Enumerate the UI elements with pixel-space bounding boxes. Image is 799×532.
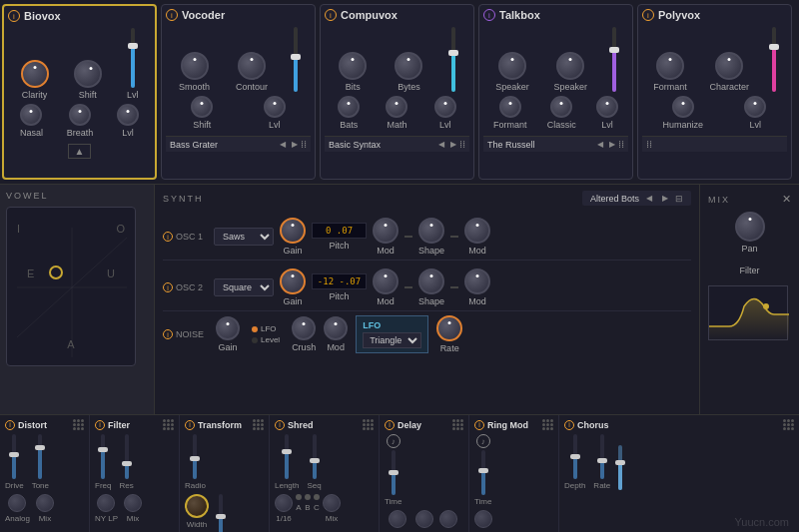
rate-slider[interactable]	[600, 434, 604, 479]
noise-info-icon[interactable]: i	[163, 329, 173, 339]
biovox-up-arrow[interactable]: ▲	[68, 144, 92, 159]
lfo-type-dropdown[interactable]: Triangle	[363, 332, 421, 348]
biovox-info-icon[interactable]: i	[8, 10, 20, 22]
shred-a-led[interactable]	[296, 494, 302, 500]
math-knob[interactable]	[386, 96, 407, 118]
osc2-gain-knob[interactable]	[280, 268, 306, 294]
shred-info-icon[interactable]: i	[275, 420, 285, 430]
compuvox-prev[interactable]: ◀	[435, 139, 447, 150]
synth-prev[interactable]: ◀	[643, 193, 655, 204]
compuvox-next[interactable]: ▶	[447, 139, 459, 150]
osc1-type-dropdown[interactable]: Saws	[214, 228, 274, 246]
voc-shift-knob[interactable]	[191, 96, 213, 118]
vocoder-next[interactable]: ▶	[289, 139, 301, 150]
voc-lvl-knob[interactable]	[264, 96, 286, 118]
synth-save-icon[interactable]: ⊟	[675, 194, 683, 204]
classic-knob[interactable]	[550, 96, 572, 118]
compuvox-menu-icon[interactable]: ⁞⁞	[459, 139, 465, 150]
level-led[interactable]	[252, 337, 258, 343]
delay-mix-knob[interactable]	[439, 510, 457, 528]
compuvox-slider-track[interactable]	[451, 27, 455, 92]
contour-knob[interactable]	[238, 52, 266, 80]
osc2-shape-knob[interactable]	[418, 268, 444, 294]
nasal-knob[interactable]	[20, 104, 42, 126]
mix-close-button[interactable]: ✕	[782, 193, 791, 206]
vocoder-prev[interactable]: ◀	[277, 139, 289, 150]
delay-time-slider[interactable]	[392, 450, 396, 495]
delay-note-icon[interactable]: ♪	[387, 434, 400, 448]
shred-116-knob[interactable]	[275, 494, 293, 512]
freq-slider[interactable]	[101, 434, 105, 479]
osc1-mod-knob[interactable]	[373, 218, 399, 244]
shift-knob[interactable]	[74, 60, 102, 88]
ringmod-time-slider[interactable]	[481, 450, 485, 495]
synth-next[interactable]: ▶	[659, 193, 671, 204]
talkbox-prev[interactable]: ◀	[594, 139, 606, 150]
formant-knob[interactable]	[499, 96, 521, 118]
length-slider[interactable]	[285, 434, 289, 479]
shred-b-led[interactable]	[305, 494, 311, 500]
poly-formant-knob[interactable]	[656, 52, 684, 80]
transform-mix-slider[interactable]	[219, 494, 223, 532]
tone-slider[interactable]	[38, 434, 42, 479]
transform-info-icon[interactable]: i	[185, 420, 195, 430]
pan-knob[interactable]	[735, 212, 765, 242]
ringmod-mix-knob[interactable]	[474, 510, 492, 528]
lfo-led[interactable]	[252, 326, 258, 332]
polyvox-slider-track[interactable]	[772, 27, 776, 92]
talkbox-info-icon[interactable]: i	[483, 9, 495, 21]
talkbox-next[interactable]: ▶	[606, 139, 618, 150]
delay-info-icon[interactable]: i	[385, 420, 395, 430]
filter-info-icon[interactable]: i	[95, 420, 105, 430]
osc1-gain-knob[interactable]	[280, 218, 306, 244]
lvl-knob-biovox[interactable]	[117, 104, 139, 126]
polyvox-info-icon[interactable]: i	[642, 9, 654, 21]
clarity-knob[interactable]	[21, 60, 49, 88]
noise-gain-knob[interactable]	[216, 316, 240, 340]
res-slider[interactable]	[125, 434, 129, 479]
delay-width-knob[interactable]	[415, 510, 433, 528]
humanize-knob[interactable]	[672, 96, 694, 118]
shred-mix-knob[interactable]	[323, 494, 341, 512]
distort-mix-knob[interactable]	[36, 494, 54, 512]
chorus-info-icon[interactable]: i	[564, 420, 574, 430]
speaker2-knob[interactable]	[556, 52, 584, 80]
nylp-knob[interactable]	[97, 494, 115, 512]
shred-c-led[interactable]	[314, 494, 320, 500]
comp-lvl-knob[interactable]	[434, 96, 456, 118]
osc2-mod-knob[interactable]	[373, 268, 399, 294]
vowel-display[interactable]: I O E U A	[6, 207, 136, 366]
osc1-shape-knob[interactable]	[418, 218, 444, 244]
fdback-knob[interactable]	[389, 510, 406, 528]
talkbox-menu-icon[interactable]: ⁞⁞	[618, 139, 624, 150]
seq-slider[interactable]	[313, 434, 317, 479]
osc2-shape-mod-knob[interactable]	[464, 268, 490, 294]
osc1-shape-mod-knob[interactable]	[464, 218, 490, 244]
osc2-info-icon[interactable]: i	[163, 282, 173, 292]
breath-knob[interactable]	[69, 104, 91, 126]
analog-knob[interactable]	[8, 494, 26, 512]
osc1-info-icon[interactable]: i	[163, 232, 173, 242]
distort-info-icon[interactable]: i	[5, 420, 15, 430]
width-knob[interactable]	[185, 494, 209, 518]
bytes-knob[interactable]	[395, 52, 422, 80]
drive-slider[interactable]	[12, 434, 16, 479]
polyvox-menu-icon[interactable]: ⁞⁞	[646, 139, 652, 150]
noise-mod-knob[interactable]	[324, 316, 348, 340]
vocoder-slider-track[interactable]	[294, 27, 298, 92]
crush-knob[interactable]	[292, 316, 316, 340]
ringmod-note-icon[interactable]: ♪	[476, 434, 490, 448]
poly-lvl-knob[interactable]	[744, 96, 766, 118]
bats-knob[interactable]	[338, 96, 360, 118]
talk-lvl-knob[interactable]	[596, 96, 618, 118]
smooth-knob[interactable]	[181, 52, 209, 80]
compuvox-info-icon[interactable]: i	[325, 9, 337, 21]
depth-slider[interactable]	[573, 434, 577, 479]
lfo-rate-knob[interactable]	[436, 315, 462, 341]
talkbox-slider-track[interactable]	[612, 27, 616, 92]
chorus-main-slider[interactable]	[618, 445, 622, 490]
radio-slider[interactable]	[193, 434, 197, 479]
speaker1-knob[interactable]	[498, 52, 526, 80]
vocoder-menu-icon[interactable]: ⁞⁞	[301, 139, 307, 150]
osc2-type-dropdown[interactable]: Square	[214, 278, 274, 296]
